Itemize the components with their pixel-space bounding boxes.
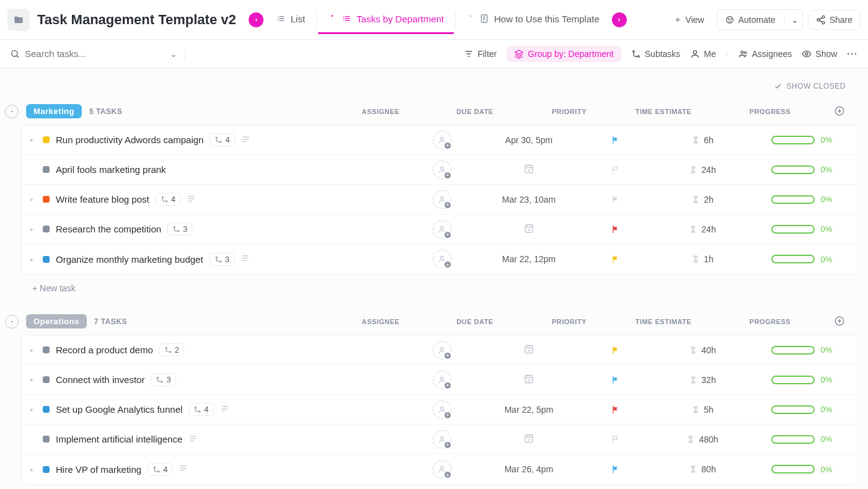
task-row[interactable]: ▸ Record a product demo 2 + 40h 0% xyxy=(22,335,857,365)
assignee-cell[interactable]: + xyxy=(405,341,479,359)
estimate-cell[interactable]: 1h xyxy=(653,254,752,264)
share-button[interactable]: Share xyxy=(808,10,861,30)
task-row[interactable]: ▸ Research the competition 3 + 24h 0% xyxy=(22,214,857,244)
tab-how-to-use[interactable]: How to Use this Template xyxy=(457,5,609,34)
subtasks-button[interactable]: Subtasks xyxy=(631,49,681,59)
chevron-down-icon[interactable]: ⌄ xyxy=(170,49,177,59)
assignee-cell[interactable]: + xyxy=(405,460,479,478)
progress-cell[interactable]: 0% xyxy=(752,345,851,355)
collapse-toggle[interactable] xyxy=(5,315,19,328)
assignee-cell[interactable]: + xyxy=(405,371,479,389)
task-row[interactable]: ▸ Set up Google Analytics funnel 4 + Mar… xyxy=(22,395,857,425)
priority-cell[interactable] xyxy=(578,195,653,205)
assignee-cell[interactable]: + xyxy=(405,430,479,449)
estimate-cell[interactable]: 32h xyxy=(653,375,752,385)
show-button[interactable]: Show xyxy=(802,49,837,59)
assignees-button[interactable]: Assignees xyxy=(738,49,792,59)
progress-cell[interactable]: 0% xyxy=(752,434,851,444)
status-square[interactable] xyxy=(43,436,50,443)
folder-icon[interactable] xyxy=(7,9,30,31)
description-icon[interactable] xyxy=(188,434,198,445)
status-square[interactable] xyxy=(43,196,50,203)
due-date-cell[interactable] xyxy=(479,343,578,356)
priority-cell[interactable] xyxy=(578,375,653,385)
task-row[interactable]: ▸ Organize monthly marketing budget 3 + … xyxy=(22,244,857,274)
new-task-button[interactable]: + New task xyxy=(5,275,858,293)
task-name[interactable]: Implement artificial intelligence xyxy=(56,434,182,444)
expand-caret[interactable]: ▸ xyxy=(30,196,37,203)
task-name[interactable]: Connect with investor xyxy=(56,374,144,385)
collapse-toggle[interactable] xyxy=(5,105,19,118)
due-date-cell[interactable]: Apr 30, 5pm xyxy=(479,135,578,145)
expand-caret[interactable]: ▸ xyxy=(30,226,37,232)
more-button[interactable]: ··· xyxy=(847,49,858,59)
description-icon[interactable] xyxy=(179,464,188,475)
group-pill[interactable]: Marketing xyxy=(26,104,82,118)
status-square[interactable] xyxy=(43,346,50,353)
estimate-cell[interactable]: 40h xyxy=(653,345,752,355)
expand-caret[interactable]: ▸ xyxy=(30,466,37,473)
due-date-cell[interactable] xyxy=(479,222,578,236)
add-view-button[interactable]: ＋ View xyxy=(666,10,712,30)
progress-cell[interactable]: 0% xyxy=(752,465,851,474)
task-name[interactable]: April fools marketing prank xyxy=(56,164,166,175)
estimate-cell[interactable]: 24h xyxy=(653,224,752,234)
chevron-down-icon[interactable]: ⌄ xyxy=(791,15,799,25)
page-title[interactable]: Task Management Template v2 xyxy=(37,12,236,28)
expand-caret[interactable]: ▸ xyxy=(30,256,37,263)
assignee-cell[interactable]: + xyxy=(405,161,479,179)
show-closed-toggle[interactable]: SHOW CLOSED xyxy=(5,78,858,100)
task-name[interactable]: Set up Google Analytics funnel xyxy=(56,404,182,415)
progress-cell[interactable]: 0% xyxy=(752,135,851,144)
priority-cell[interactable] xyxy=(578,224,653,234)
description-icon[interactable] xyxy=(241,134,250,146)
assignee-cell[interactable]: + xyxy=(405,131,479,149)
description-icon[interactable] xyxy=(241,253,250,265)
task-name[interactable]: Write feature blog post xyxy=(56,194,149,205)
progress-cell[interactable]: 0% xyxy=(752,195,851,204)
due-date-cell[interactable]: Mar 26, 4pm xyxy=(479,464,578,474)
task-name[interactable]: Research the competition xyxy=(56,224,161,234)
priority-cell[interactable] xyxy=(578,135,653,145)
automate-button[interactable]: Automate ⌄ xyxy=(717,9,803,30)
subtask-count-pill[interactable]: 3 xyxy=(151,373,175,386)
tab-list[interactable]: List xyxy=(266,5,315,34)
subtask-count-pill[interactable]: 4 xyxy=(188,403,213,416)
priority-cell[interactable] xyxy=(578,345,653,355)
assignee-cell[interactable]: + xyxy=(405,250,479,268)
priority-cell[interactable] xyxy=(578,464,653,474)
status-square[interactable] xyxy=(43,376,50,383)
priority-cell[interactable] xyxy=(578,405,653,415)
tab-nav-next[interactable] xyxy=(612,12,627,27)
progress-cell[interactable]: 0% xyxy=(752,255,851,264)
status-square[interactable] xyxy=(43,406,50,413)
subtask-count-pill[interactable]: 4 xyxy=(210,133,234,146)
assignee-cell[interactable]: + xyxy=(405,190,479,209)
estimate-cell[interactable]: 5h xyxy=(653,405,752,415)
filter-button[interactable]: Filter xyxy=(464,49,497,59)
expand-caret[interactable]: ▸ xyxy=(30,346,37,353)
estimate-cell[interactable]: 2h xyxy=(653,195,752,205)
progress-cell[interactable]: 0% xyxy=(752,165,851,174)
assignee-cell[interactable]: + xyxy=(405,400,479,419)
status-square[interactable] xyxy=(43,466,50,473)
due-date-cell[interactable] xyxy=(479,163,578,176)
tab-tasks-by-department[interactable]: Tasks by Department xyxy=(318,5,454,34)
task-name[interactable]: Record a product demo xyxy=(56,345,153,355)
estimate-cell[interactable]: 24h xyxy=(653,165,752,175)
status-square[interactable] xyxy=(43,136,50,143)
search-input[interactable] xyxy=(25,48,165,59)
priority-cell[interactable] xyxy=(578,254,653,264)
subtask-count-pill[interactable]: 3 xyxy=(167,222,192,236)
task-row[interactable]: ▸ April fools marketing prank + 24h 0% xyxy=(22,155,857,185)
priority-cell[interactable] xyxy=(578,434,653,444)
due-date-cell[interactable]: Mar 23, 10am xyxy=(479,195,578,205)
description-icon[interactable] xyxy=(187,194,196,205)
subtask-count-pill[interactable]: 3 xyxy=(210,253,234,266)
estimate-cell[interactable]: 480h xyxy=(653,434,752,444)
description-icon[interactable] xyxy=(220,404,229,415)
subtask-count-pill[interactable]: 4 xyxy=(156,193,180,206)
task-row[interactable]: ▸ Run productivity Adwords campaign 4 + … xyxy=(22,125,857,155)
due-date-cell[interactable] xyxy=(479,433,578,446)
status-square[interactable] xyxy=(43,256,50,263)
